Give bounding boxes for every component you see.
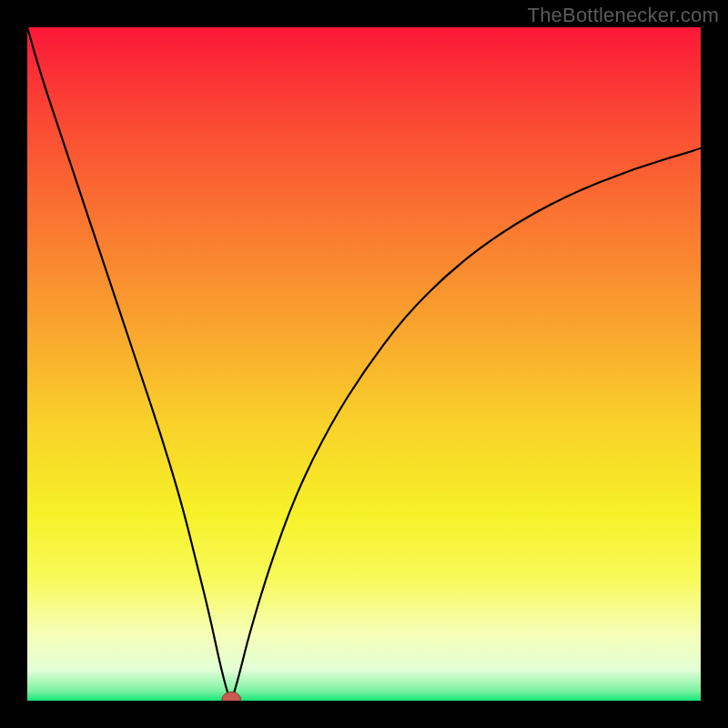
bottleneck-chart xyxy=(27,27,701,701)
plot-area xyxy=(27,27,701,701)
gradient-background xyxy=(27,27,701,701)
chart-frame: TheBottlenecker.com xyxy=(0,0,728,728)
source-label: TheBottlenecker.com xyxy=(528,4,719,27)
